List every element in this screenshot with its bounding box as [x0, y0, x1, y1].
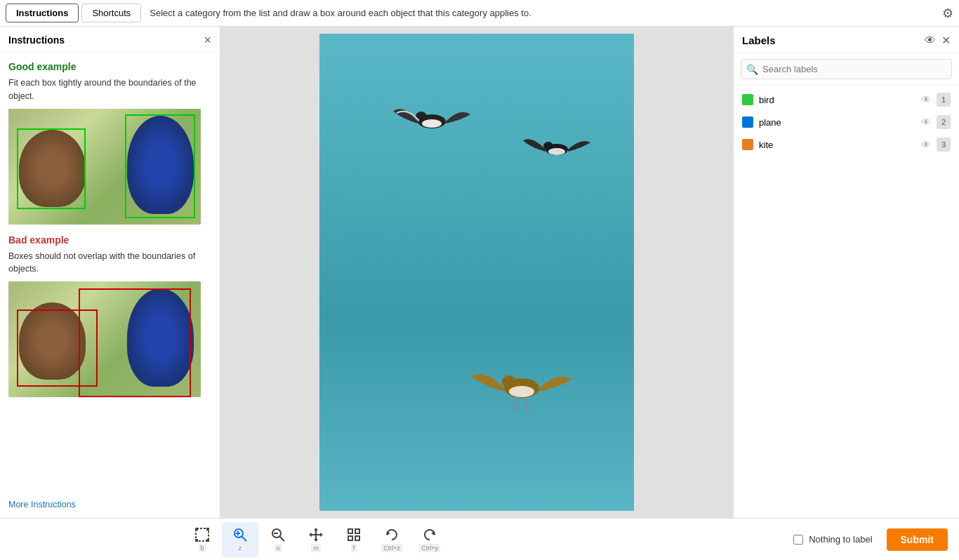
bounding-box-shortcut: b: [199, 544, 206, 552]
undo-tool-button[interactable]: Ctrl+z: [373, 522, 410, 557]
zoom-in-shortcut: z: [237, 544, 244, 552]
svg-rect-16: [195, 539, 198, 542]
bad-example-title: Bad example: [8, 234, 211, 246]
move-icon: [308, 527, 324, 542]
svg-marker-30: [320, 533, 323, 537]
label-color-bird: [742, 94, 753, 105]
nothing-to-label-checkbox[interactable]: [793, 535, 803, 545]
label-number-bird: 1: [937, 93, 951, 107]
svg-marker-27: [314, 528, 318, 531]
bad-example-image-container: [8, 281, 211, 397]
seagull-3: [465, 349, 578, 420]
svg-rect-33: [348, 536, 352, 540]
zoom-out-shortcut: o: [275, 544, 282, 552]
bad-box-right: [79, 288, 191, 397]
eye-toggle-icon-button[interactable]: 👁: [925, 34, 936, 47]
move-tool-button[interactable]: m: [298, 522, 334, 557]
fit-tool-button[interactable]: f: [336, 522, 372, 557]
move-shortcut: m: [311, 544, 321, 552]
svg-marker-29: [309, 533, 312, 537]
good-example-image: [8, 109, 201, 225]
svg-line-24: [279, 536, 284, 541]
toolbar-tools: b z o: [184, 522, 448, 557]
label-color-kite: [742, 139, 753, 150]
svg-rect-17: [206, 539, 209, 542]
instructions-button[interactable]: Instructions: [6, 4, 79, 22]
submit-button[interactable]: Submit: [887, 528, 948, 551]
label-item-bird[interactable]: bird 👁 1: [734, 88, 959, 111]
bad-example-image: [8, 281, 201, 397]
label-eye-bird[interactable]: 👁: [921, 94, 931, 105]
svg-line-11: [511, 409, 516, 411]
svg-rect-31: [348, 529, 352, 533]
svg-point-5: [548, 148, 565, 155]
label-number-kite: 3: [937, 138, 951, 152]
gear-icon-button[interactable]: ⚙: [942, 6, 953, 21]
undo-icon: [384, 527, 399, 542]
search-icon: 🔍: [746, 64, 758, 75]
label-name-plane: plane: [759, 117, 915, 128]
label-item-kite[interactable]: kite 👁 3: [734, 133, 959, 156]
instructions-panel: Instructions × Good example Fit each box…: [0, 27, 220, 518]
labels-list: bird 👁 1 plane 👁 2 kite 👁 3: [734, 86, 959, 518]
bounding-box-tool-button[interactable]: b: [184, 522, 220, 557]
main-area: Instructions × Good example Fit each box…: [0, 27, 959, 518]
search-container: 🔍: [734, 53, 959, 86]
label-name-bird: bird: [759, 95, 915, 105]
redo-shortcut: Ctrl+y: [419, 544, 440, 552]
close-labels-panel-button[interactable]: ✕: [941, 34, 951, 47]
undo-shortcut: Ctrl+z: [381, 544, 402, 552]
panel-footer: More Instructions: [0, 493, 220, 518]
svg-point-8: [509, 386, 534, 397]
good-box-left: [17, 128, 86, 209]
panel-close-button[interactable]: ×: [204, 34, 211, 46]
svg-rect-15: [206, 528, 209, 531]
svg-rect-32: [355, 529, 359, 533]
good-example-desc: Fit each box tightly around the boundari…: [8, 76, 211, 103]
svg-line-10: [525, 397, 527, 409]
labels-panel-header: Labels 👁 ✕: [734, 27, 959, 53]
panel-header: Instructions ×: [0, 27, 220, 53]
svg-point-7: [502, 375, 516, 388]
canvas-area[interactable]: [220, 27, 733, 518]
good-bird-scene: [8, 109, 201, 225]
label-eye-kite[interactable]: 👁: [921, 139, 931, 150]
bottom-toolbar: b z o: [0, 518, 959, 560]
svg-rect-34: [355, 536, 359, 540]
panel-body: Good example Fit each box tightly around…: [0, 53, 220, 493]
nothing-to-label-label[interactable]: Nothing to label: [809, 534, 872, 545]
seagull-2: [522, 125, 592, 167]
bad-example-desc: Boxes should not overlap with the bounda…: [8, 250, 211, 276]
image-container[interactable]: [319, 34, 634, 511]
bounding-box-icon: [194, 527, 210, 542]
shortcuts-button[interactable]: Shortcuts: [81, 4, 141, 22]
svg-point-1: [416, 112, 427, 121]
fit-icon: [346, 527, 362, 542]
zoom-in-tool-button[interactable]: z: [222, 522, 258, 557]
label-eye-plane[interactable]: 👁: [921, 116, 931, 128]
search-labels-input[interactable]: [741, 59, 952, 79]
svg-line-21: [242, 536, 246, 541]
more-instructions-link[interactable]: More Instructions: [8, 500, 76, 509]
seagull-1: [390, 90, 474, 146]
label-color-plane: [742, 116, 753, 128]
main-image[interactable]: [319, 34, 634, 511]
nothing-to-label-area: Nothing to label Submit: [793, 528, 948, 551]
good-box-right: [125, 114, 195, 218]
svg-point-2: [422, 119, 442, 128]
label-name-kite: kite: [759, 140, 915, 150]
label-number-plane: 2: [937, 115, 951, 129]
good-example-image-container: [8, 109, 211, 225]
svg-line-9: [516, 397, 518, 409]
label-item-plane[interactable]: plane 👁 2: [734, 111, 959, 133]
instruction-text: Select a category from the list and draw…: [150, 8, 531, 18]
zoom-out-tool-button[interactable]: o: [260, 522, 296, 557]
redo-tool-button[interactable]: Ctrl+y: [411, 522, 448, 557]
labels-header-icons: 👁 ✕: [925, 34, 951, 47]
labels-title: Labels: [742, 34, 776, 46]
svg-marker-28: [314, 539, 318, 542]
top-bar: Instructions Shortcuts Select a category…: [0, 0, 959, 27]
labels-panel: Labels 👁 ✕ 🔍 bird 👁 1 plane 👁 2 kite 👁: [733, 27, 959, 518]
bad-bird-scene: [8, 281, 201, 397]
zoom-out-icon: [270, 527, 286, 542]
